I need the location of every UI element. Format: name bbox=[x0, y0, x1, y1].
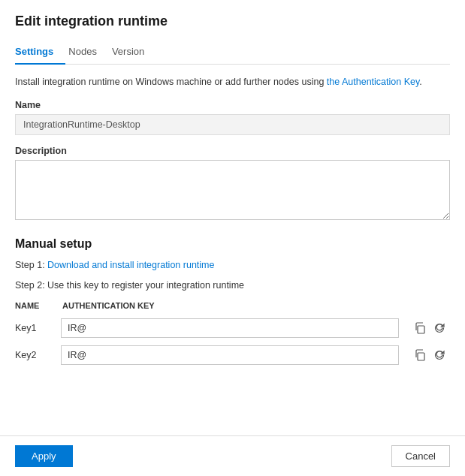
name-field-group: Name IntegrationRuntime-Desktop bbox=[15, 100, 450, 135]
description-input[interactable] bbox=[15, 160, 450, 220]
info-text-before-link: Install integration runtime on Windows m… bbox=[15, 77, 327, 87]
svg-rect-0 bbox=[418, 326, 424, 333]
key2-refresh-button[interactable] bbox=[432, 348, 447, 363]
info-text: Install integration runtime on Windows m… bbox=[15, 75, 450, 89]
info-text-after-link: . bbox=[419, 77, 421, 87]
key2-input[interactable] bbox=[61, 345, 399, 365]
key2-actions bbox=[408, 348, 445, 363]
apply-button[interactable]: Apply bbox=[15, 445, 73, 467]
key1-input[interactable] bbox=[61, 318, 399, 338]
step2-prefix: Step 2: bbox=[15, 280, 47, 291]
step1-prefix: Step 1: bbox=[15, 260, 47, 270]
description-label: Description bbox=[15, 146, 450, 156]
col-auth-key-header: AUTHENTICATION KEY bbox=[56, 298, 403, 315]
col-name-header: NAME bbox=[15, 298, 56, 315]
key1-actions bbox=[408, 321, 445, 336]
step1-text: Step 1: Download and install integration… bbox=[15, 258, 450, 273]
key1-name: Key1 bbox=[15, 315, 56, 342]
key2-copy-button[interactable] bbox=[412, 348, 427, 363]
manual-setup-title: Manual setup bbox=[15, 237, 450, 251]
tab-nodes[interactable]: Nodes bbox=[65, 40, 109, 65]
download-runtime-link[interactable]: Download and install integration runtime bbox=[47, 260, 214, 270]
key1-copy-button[interactable] bbox=[412, 321, 427, 336]
tab-version[interactable]: Version bbox=[109, 40, 156, 65]
cancel-button[interactable]: Cancel bbox=[391, 445, 450, 467]
page-title: Edit integration runtime bbox=[15, 14, 450, 29]
tab-settings[interactable]: Settings bbox=[15, 40, 65, 65]
footer: Apply Cancel bbox=[0, 435, 465, 476]
keys-table: NAME AUTHENTICATION KEY Key1 bbox=[15, 298, 450, 369]
step2-text: Step 2: Use this key to register your in… bbox=[15, 279, 450, 293]
tab-bar: Settings Nodes Version bbox=[15, 40, 450, 65]
svg-rect-1 bbox=[418, 353, 424, 360]
key2-name: Key2 bbox=[15, 342, 56, 369]
step2-body: Use this key to register your integratio… bbox=[47, 280, 244, 291]
description-field-group: Description bbox=[15, 146, 450, 237]
auth-key-link[interactable]: the Authentication Key bbox=[327, 77, 419, 87]
table-row: Key1 bbox=[15, 315, 450, 342]
key1-refresh-button[interactable] bbox=[432, 321, 447, 336]
name-value: IntegrationRuntime-Desktop bbox=[15, 114, 450, 135]
table-row: Key2 bbox=[15, 342, 450, 369]
main-content: Edit integration runtime Settings Nodes … bbox=[0, 0, 465, 435]
name-label: Name bbox=[15, 100, 450, 110]
